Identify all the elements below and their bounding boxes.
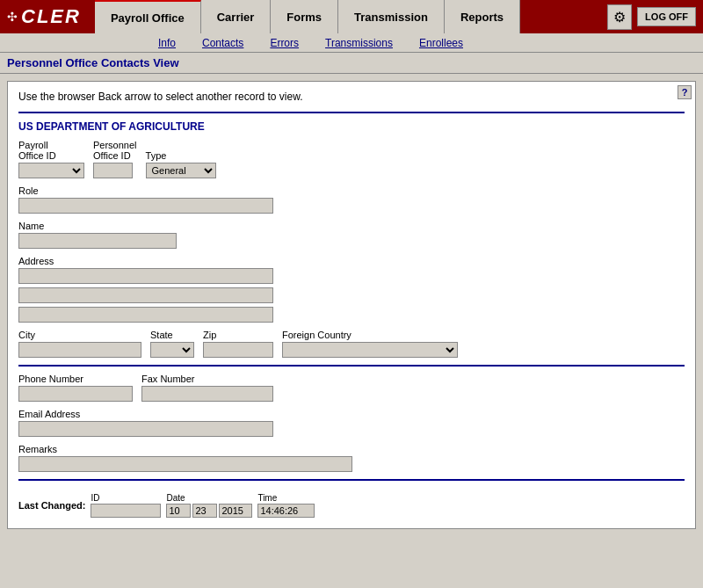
nav-right: ⚙ LOG OFF: [600, 0, 703, 33]
lc-date-group: Date: [166, 493, 252, 518]
personnel-office-id-label: PersonnelOffice ID: [93, 140, 137, 161]
personnel-office-id-input[interactable]: [93, 163, 133, 178]
gear-button[interactable]: ⚙: [607, 4, 632, 30]
state-label: State: [150, 330, 194, 340]
lc-time-label: Time: [257, 493, 277, 503]
top-divider: [18, 112, 685, 113]
sub-nav-contacts[interactable]: Contacts: [202, 37, 243, 49]
last-changed-row: Last Changed: ID Date Time: [18, 488, 685, 518]
mid-divider1: [18, 365, 685, 367]
form-panel: ? Use the browser Back arrow to select a…: [7, 81, 696, 529]
email-label: Email Address: [18, 409, 685, 419]
lc-date-day-input[interactable]: [192, 504, 217, 518]
name-group: Name: [18, 221, 685, 249]
fax-label: Fax Number: [141, 374, 273, 384]
last-changed-label: Last Changed:: [18, 500, 85, 511]
state-select[interactable]: [150, 342, 194, 358]
sub-nav-enrollees[interactable]: Enrollees: [419, 37, 463, 49]
nav-tabs: Payroll Office Carrier Forms Transmissio…: [95, 0, 520, 33]
bottom-divider: [18, 479, 685, 481]
remarks-label: Remarks: [18, 444, 685, 454]
state-group: State: [150, 330, 194, 358]
foreign-country-group: Foreign Country: [282, 330, 458, 358]
lc-id-group: ID: [91, 493, 161, 518]
org-name: US DEPARTMENT OF AGRICULTURE: [18, 120, 685, 133]
zip-group: Zip: [203, 330, 273, 358]
lc-date-year-input[interactable]: [219, 504, 252, 518]
role-label: Role: [18, 185, 685, 196]
address-line3-input[interactable]: [18, 307, 273, 323]
role-group: Role: [18, 185, 685, 214]
role-input[interactable]: [18, 198, 273, 214]
city-group: City: [18, 330, 141, 358]
address-label: Address: [18, 256, 685, 266]
logo-area: ✣ CLER: [0, 0, 88, 33]
nav-tab-transmission[interactable]: Transmission: [338, 0, 445, 33]
page-title: Personnel Office Contacts View: [7, 56, 179, 69]
name-input[interactable]: [18, 233, 177, 249]
phone-fax-row: Phone Number Fax Number: [18, 374, 685, 402]
main-content: ? Use the browser Back arrow to select a…: [0, 74, 703, 588]
payroll-office-id-select[interactable]: [18, 163, 84, 178]
email-input[interactable]: [18, 421, 273, 437]
info-text: Use the browser Back arrow to select ano…: [18, 91, 685, 103]
address-line1-input[interactable]: [18, 268, 273, 284]
lc-date-fields: [166, 504, 252, 518]
fax-group: Fax Number: [141, 374, 273, 402]
type-label: Type: [146, 150, 216, 161]
top-navigation: ✣ CLER Payroll Office Carrier Forms Tran…: [0, 0, 703, 33]
id-row: PayrollOffice ID PersonnelOffice ID Type…: [18, 140, 685, 178]
email-group: Email Address: [18, 409, 685, 437]
personnel-office-id-group: PersonnelOffice ID: [93, 140, 137, 178]
lc-id-label: ID: [91, 493, 99, 503]
city-label: City: [18, 330, 141, 340]
type-group: Type General: [146, 150, 216, 178]
nav-tab-payroll-office[interactable]: Payroll Office: [95, 0, 201, 33]
phone-group: Phone Number: [18, 374, 133, 402]
payroll-office-id-label: PayrollOffice ID: [18, 140, 84, 161]
address-group: Address: [18, 256, 685, 323]
city-state-row: City State Zip Foreign Country: [18, 330, 685, 358]
sub-nav-transmissions[interactable]: Transmissions: [325, 37, 393, 49]
payroll-office-id-group: PayrollOffice ID: [18, 140, 84, 178]
type-select[interactable]: General: [146, 163, 216, 178]
lc-time-group: Time: [257, 493, 315, 518]
sub-nav-errors[interactable]: Errors: [270, 37, 299, 49]
logoff-button[interactable]: LOG OFF: [637, 7, 696, 26]
lc-id-input[interactable]: [91, 504, 161, 518]
lc-time-input[interactable]: [257, 504, 315, 518]
fax-input[interactable]: [141, 386, 273, 402]
address-line2-input[interactable]: [18, 287, 273, 303]
logo-icon: ✣: [7, 10, 18, 24]
zip-input[interactable]: [203, 342, 273, 358]
nav-tab-carrier[interactable]: Carrier: [201, 0, 272, 33]
zip-label: Zip: [203, 330, 273, 340]
city-input[interactable]: [18, 342, 141, 358]
remarks-input[interactable]: [18, 456, 352, 472]
lc-date-label: Date: [166, 493, 185, 503]
remarks-group: Remarks: [18, 444, 685, 472]
help-icon[interactable]: ?: [678, 85, 692, 99]
nav-tab-reports[interactable]: Reports: [445, 0, 520, 33]
page-title-bar: Personnel Office Contacts View: [0, 53, 703, 74]
phone-input[interactable]: [18, 386, 133, 402]
sub-navigation: Info Contacts Errors Transmissions Enrol…: [0, 33, 703, 53]
name-label: Name: [18, 221, 685, 231]
sub-nav-info[interactable]: Info: [158, 37, 176, 49]
nav-tab-forms[interactable]: Forms: [271, 0, 338, 33]
phone-label: Phone Number: [18, 374, 133, 384]
logo-text: CLER: [21, 5, 81, 28]
lc-date-month-input[interactable]: [166, 504, 191, 518]
foreign-country-label: Foreign Country: [282, 330, 458, 340]
foreign-country-select[interactable]: [282, 342, 458, 358]
